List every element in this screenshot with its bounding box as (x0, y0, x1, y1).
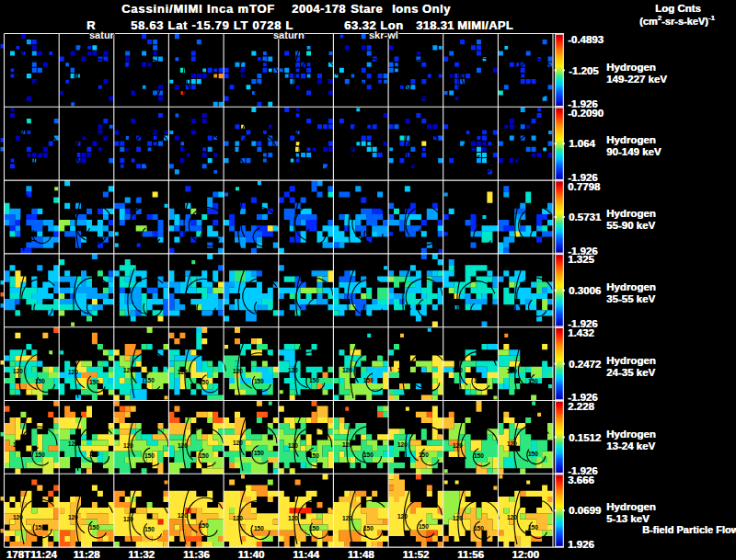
svg-text:120: 120 (453, 515, 463, 521)
svg-text:150: 150 (528, 524, 538, 531)
svg-text:120: 120 (123, 516, 133, 522)
svg-text:150: 150 (474, 525, 484, 531)
svg-text:150: 150 (199, 522, 209, 529)
svg-text:150: 150 (144, 377, 155, 383)
svg-text:120: 120 (453, 367, 463, 373)
svg-text:150: 150 (419, 377, 429, 383)
svg-text:150: 150 (419, 523, 429, 530)
svg-text:150: 150 (474, 452, 484, 459)
svg-text:150: 150 (363, 525, 374, 531)
svg-text:120: 120 (178, 442, 188, 449)
svg-text:120: 120 (397, 367, 408, 373)
svg-text:120: 120 (288, 442, 298, 449)
svg-text:150: 150 (144, 526, 155, 532)
svg-text:150: 150 (254, 525, 264, 531)
svg-text:120: 120 (507, 368, 517, 374)
svg-text:150: 150 (309, 377, 319, 383)
svg-text:120: 120 (233, 368, 243, 374)
svg-text:150: 150 (35, 378, 45, 384)
svg-text:150: 150 (199, 379, 209, 385)
svg-text:150: 150 (89, 524, 99, 531)
svg-text:120: 120 (288, 515, 298, 521)
svg-text:120: 120 (123, 442, 133, 449)
svg-text:120: 120 (397, 513, 408, 520)
svg-text:120: 120 (13, 514, 23, 520)
svg-text:120: 120 (178, 369, 188, 375)
svg-text:150: 150 (144, 452, 155, 459)
svg-text:150: 150 (528, 378, 538, 384)
svg-text:120: 120 (342, 441, 352, 448)
svg-text:120: 120 (68, 440, 78, 447)
svg-text:120: 120 (507, 514, 517, 520)
svg-text:120: 120 (13, 368, 23, 374)
svg-text:150: 150 (254, 378, 264, 384)
svg-text:150: 150 (89, 451, 99, 457)
svg-text:150: 150 (474, 377, 484, 383)
svg-text:120: 120 (68, 514, 78, 520)
svg-text:120: 120 (453, 442, 463, 449)
svg-text:120: 120 (123, 367, 133, 373)
svg-text:120: 120 (68, 369, 78, 375)
svg-text:120: 120 (233, 515, 243, 521)
svg-text:150: 150 (528, 451, 538, 457)
svg-text:120: 120 (342, 515, 352, 521)
svg-text:120: 120 (288, 367, 298, 373)
svg-text:120: 120 (397, 441, 408, 448)
svg-text:120: 120 (233, 440, 243, 446)
svg-text:120: 120 (342, 367, 352, 373)
svg-text:150: 150 (309, 525, 319, 531)
svg-text:120: 120 (507, 440, 517, 447)
svg-text:150: 150 (309, 452, 319, 459)
svg-text:150: 150 (199, 452, 209, 459)
svg-text:120: 120 (13, 441, 23, 448)
svg-text:120: 120 (178, 512, 188, 519)
svg-text:150: 150 (363, 451, 374, 458)
svg-text:150: 150 (363, 377, 374, 383)
svg-text:150: 150 (419, 451, 429, 458)
svg-text:150: 150 (89, 379, 99, 385)
svg-text:150: 150 (254, 450, 264, 456)
svg-text:150: 150 (35, 451, 45, 458)
svg-text:150: 150 (35, 524, 45, 531)
